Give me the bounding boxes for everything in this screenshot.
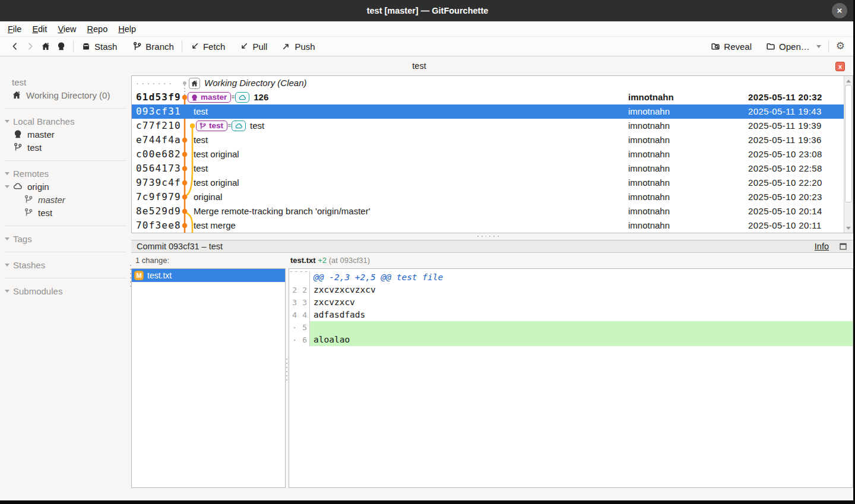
new-line-number: 5 <box>300 321 307 334</box>
diff-view[interactable]: ----- @@ -2,3 +2,5 @@ test file 22 zxcvz… <box>289 268 853 488</box>
changed-files-list: M test.txt <box>131 268 286 488</box>
old-line-number: 3 <box>290 296 297 309</box>
sidebar-section-tags[interactable]: Tags <box>0 232 131 245</box>
toolbar: Stash Branch Fetch Pull Push Reveal Open… <box>0 37 855 56</box>
commit-author: imnotnahn <box>628 133 741 147</box>
pull-icon <box>239 42 249 51</box>
sidebar-section-local-branches[interactable]: Local Branches <box>0 115 131 128</box>
commit-date: 2025-05-10 20:14 <box>748 204 849 218</box>
old-line-number: · <box>290 334 297 346</box>
commit-row[interactable]: c77f210 test = test imnotnahn 2025-05-11… <box>132 119 853 133</box>
commit-list-scrollbar[interactable] <box>844 76 853 233</box>
cloud-icon <box>235 122 243 130</box>
collapse-caret-icon <box>5 172 10 175</box>
commit-author: imnotnahn <box>628 147 741 161</box>
diff-file-header: test.txt +2 (at 093cf31) <box>290 256 370 265</box>
sidebar-item-workdir[interactable]: Working Directory (0) <box>0 88 131 102</box>
commit-message: 126 <box>254 90 268 104</box>
commit-row[interactable]: e744f4a test imnotnahn 2025-05-11 19:36 <box>132 133 853 147</box>
sidebar-item-remote-origin[interactable]: origin <box>0 180 131 193</box>
commit-row[interactable]: 0564173 test imnotnahn 2025-05-10 22:58 <box>132 161 853 176</box>
menu-edit[interactable]: Edit <box>27 23 52 35</box>
tab-close-button[interactable]: x <box>835 62 845 71</box>
old-line-number: · <box>290 321 297 334</box>
maximize-icon[interactable] <box>838 242 848 251</box>
branch-icon <box>24 208 33 217</box>
sidebar-section-remotes[interactable]: Remotes <box>0 167 131 180</box>
commit-message-cell: master = 126 <box>188 90 268 104</box>
pull-button[interactable]: Pull <box>236 40 271 53</box>
forward-button[interactable] <box>23 40 38 53</box>
commit-row[interactable]: 7c9f979 original imnotnahn 2025-05-10 20… <box>132 190 853 204</box>
menu-view[interactable]: View <box>52 23 81 35</box>
commit-message: test <box>250 119 264 133</box>
back-button[interactable] <box>7 40 23 53</box>
info-link[interactable]: Info <box>815 242 829 251</box>
menu-help[interactable]: Help <box>113 23 141 35</box>
scroll-up-arrow[interactable] <box>844 77 853 85</box>
branch-button[interactable]: Branch <box>129 40 178 53</box>
filelist-diff-splitter[interactable] <box>286 359 287 381</box>
goto-head-button[interactable] <box>53 40 69 53</box>
fetch-button[interactable]: Fetch <box>186 40 229 53</box>
sidebar-item-origin-master[interactable]: master <box>0 193 131 206</box>
push-button[interactable]: Push <box>278 40 318 53</box>
commit-author: imnotnahn <box>628 176 741 190</box>
collapse-caret-icon <box>5 120 10 123</box>
hunk-header: @@ -2,3 +2,5 @@ test file <box>310 271 853 284</box>
commit-message: original <box>194 190 222 204</box>
new-line-number: 4 <box>300 309 307 321</box>
reveal-folder-icon <box>711 42 720 51</box>
home-icon <box>12 90 21 100</box>
branch-icon <box>13 142 23 152</box>
commit-message: test original <box>194 176 239 190</box>
open-dropdown-button[interactable] <box>813 43 824 50</box>
commit-message: test <box>194 133 208 147</box>
commit-message: Merge remote-tracking branch 'origin/mas… <box>194 204 370 218</box>
home-icon <box>41 42 50 51</box>
menu-bar: File Edit View Repo Help <box>0 21 855 37</box>
diff-line-added: ·6 aloalao <box>289 334 853 346</box>
diff-line: 44 adfasdfads <box>289 309 853 321</box>
scroll-down-arrow[interactable] <box>844 224 853 232</box>
commit-row-selected[interactable]: 093cf31 test imnotnahn 2025-05-11 19:43 <box>132 104 853 119</box>
reveal-button[interactable]: Reveal <box>707 40 755 53</box>
window-title: test [master] — GitFourchette <box>0 0 855 21</box>
horizontal-splitter[interactable] <box>477 235 499 237</box>
window-close-button[interactable]: × <box>832 3 847 18</box>
branch-ref: master <box>188 92 231 103</box>
sidebar-item-branch-master[interactable]: master <box>0 128 131 141</box>
file-row-test-txt[interactable]: M test.txt <box>132 269 285 282</box>
fetch-icon <box>190 42 200 51</box>
diff-line-text: zxcvzxcvzxcv <box>310 284 853 296</box>
folder-icon <box>766 42 775 51</box>
menu-repo[interactable]: Repo <box>82 23 113 35</box>
sidebar-item-branch-test[interactable]: test <box>0 141 131 154</box>
commit-date: 2025-05-11 19:36 <box>748 133 849 147</box>
commit-row[interactable]: 9739c4f test original imnotnahn 2025-05-… <box>132 176 853 190</box>
goto-workdir-button[interactable] <box>38 40 53 53</box>
commit-date: 2025-05-10 23:08 <box>748 147 849 161</box>
old-line-number: 2 <box>290 284 297 296</box>
commit-row[interactable]: 8e529d9 Merge remote-tracking branch 'or… <box>132 204 853 218</box>
workdir-row[interactable]: · · · · · · · Working Directory (Clean) <box>132 76 853 90</box>
commit-row[interactable]: 70f3ee8 test merge imnotnahn 2025-05-10 … <box>132 218 853 233</box>
commit-author: imnotnahn <box>628 190 741 204</box>
commit-hash: e744f4a <box>136 133 185 147</box>
settings-button[interactable]: ⚙ <box>833 40 848 53</box>
chevron-left-icon <box>10 42 20 51</box>
commit-hash: 093cf31 <box>136 104 185 119</box>
menu-file[interactable]: File <box>2 23 27 35</box>
scrollbar-thumb[interactable] <box>845 85 852 202</box>
open-button[interactable]: Open… <box>762 40 813 53</box>
commit-row[interactable]: 61d53f9 master = 126 imnotnahn 2025-05-1… <box>132 90 853 104</box>
sidebar-section-stashes[interactable]: Stashes <box>0 258 131 271</box>
stash-button[interactable]: Stash <box>78 40 121 53</box>
sidebar-item-origin-test[interactable]: test <box>0 206 131 219</box>
commit-date: 2025-05-10 22:20 <box>748 176 849 190</box>
tab-test[interactable]: test <box>0 57 838 75</box>
commit-row[interactable]: c00e682 test original imnotnahn 2025-05-… <box>132 147 853 161</box>
sidebar-section-submodules[interactable]: Submodules <box>0 284 131 297</box>
chevron-right-icon <box>26 42 35 51</box>
workdir-cell: Working Directory (Clean) <box>189 76 307 90</box>
